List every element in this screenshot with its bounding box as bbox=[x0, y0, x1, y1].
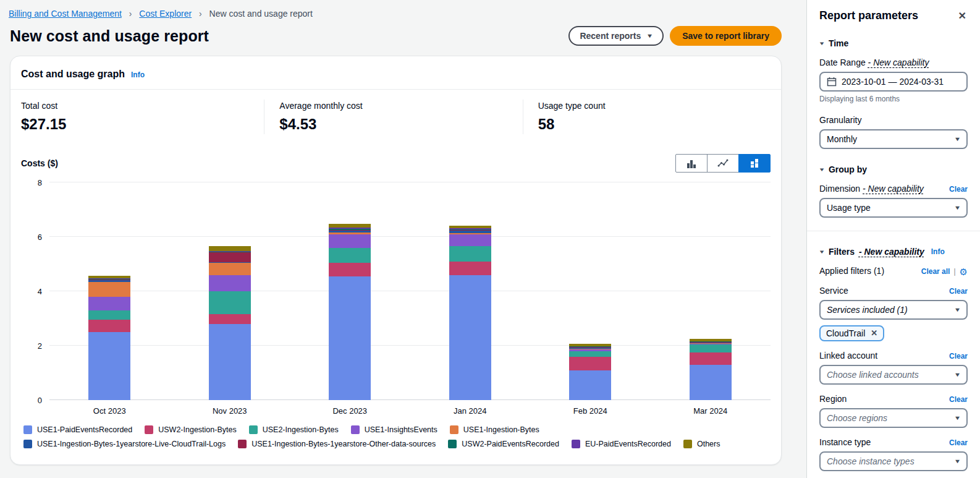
bar-stack[interactable] bbox=[329, 224, 371, 400]
bar-segment[interactable] bbox=[88, 332, 130, 400]
chevron-down-icon: ▼ bbox=[954, 136, 961, 142]
panel-title: Report parameters bbox=[819, 9, 918, 22]
gear-icon[interactable]: ⚙ bbox=[960, 267, 968, 276]
bar-segment[interactable] bbox=[569, 351, 611, 357]
bar-stack[interactable] bbox=[449, 226, 491, 400]
legend-swatch bbox=[249, 425, 258, 434]
chart-legend: USE1-PaidEventsRecordedUSW2-Ingestion-By… bbox=[23, 425, 740, 464]
plot-area bbox=[49, 182, 771, 400]
new-capability-note: - New capability bbox=[863, 184, 924, 194]
legend-item[interactable]: USE1-Ingestion-Bytes-1yearstore-Other-da… bbox=[238, 440, 436, 448]
main-content: Billing and Cost Management › Cost Explo… bbox=[0, 0, 806, 478]
bar-segment[interactable] bbox=[88, 310, 130, 320]
info-link[interactable]: Info bbox=[131, 70, 145, 79]
legend-item[interactable]: USE1-Ingestion-Bytes bbox=[450, 425, 539, 434]
stacked-bar-chart-icon[interactable] bbox=[738, 154, 771, 173]
legend-item[interactable]: USW2-Ingestion-Bytes bbox=[145, 425, 236, 434]
line-chart-icon[interactable] bbox=[707, 154, 739, 173]
linked-account-select[interactable]: Choose linked accounts▼ bbox=[819, 365, 968, 385]
legend-label: USE1-PaidEventsRecorded bbox=[37, 425, 132, 434]
x-tick-label: Feb 2024 bbox=[530, 406, 651, 416]
service-select[interactable]: Services included (1)▼ bbox=[819, 300, 968, 320]
legend-item[interactable]: Others bbox=[683, 440, 720, 448]
filter-group-region: RegionClearChoose regions▼ bbox=[819, 394, 968, 428]
clear-all-link[interactable]: Clear all bbox=[921, 267, 950, 276]
dimension-label: Dimension - New capability bbox=[819, 184, 924, 194]
bar-segment[interactable] bbox=[209, 314, 251, 323]
bar-segment[interactable] bbox=[88, 297, 130, 310]
bar-segment[interactable] bbox=[449, 275, 491, 400]
group-by-section-header[interactable]: ▼ Group by bbox=[819, 164, 968, 174]
bar-segment[interactable] bbox=[209, 324, 251, 400]
legend-item[interactable]: USE1-PaidEventsRecorded bbox=[23, 425, 132, 434]
divider: | bbox=[953, 267, 955, 276]
bar-stack[interactable] bbox=[88, 276, 130, 400]
legend-item[interactable]: EU-PaidEventsRecorded bbox=[572, 440, 671, 448]
clear-instance-type-link[interactable]: Clear bbox=[949, 438, 968, 447]
bar-segment[interactable] bbox=[449, 246, 491, 261]
bar-stack[interactable] bbox=[690, 339, 732, 400]
filter-token[interactable]: CloudTrail✕ bbox=[819, 325, 884, 341]
date-range-input[interactable]: 2023-10-01 — 2024-03-31 bbox=[819, 72, 968, 92]
recent-reports-button[interactable]: Recent reports ▼ bbox=[568, 26, 664, 46]
bar-segment[interactable] bbox=[329, 263, 371, 276]
bar-segment[interactable] bbox=[690, 344, 732, 352]
legend-item[interactable]: USW2-PaidEventsRecorded bbox=[448, 440, 559, 448]
bar-segment[interactable] bbox=[329, 276, 371, 400]
breadcrumb-link-billing[interactable]: Billing and Cost Management bbox=[9, 9, 122, 19]
bar-segment[interactable] bbox=[449, 262, 491, 275]
clear-region-link[interactable]: Clear bbox=[949, 395, 968, 404]
chevron-down-icon: ▼ bbox=[954, 458, 961, 464]
close-icon[interactable]: ✕ bbox=[957, 9, 968, 23]
breadcrumb-link-cost-explorer[interactable]: Cost Explorer bbox=[139, 9, 192, 19]
x-tick-label: Oct 2023 bbox=[49, 406, 170, 416]
bar-segment[interactable] bbox=[209, 263, 251, 275]
legend-label: USE1-Ingestion-Bytes-1yearstore-Live-Clo… bbox=[37, 440, 226, 448]
instance-type-select[interactable]: Choose instance types▼ bbox=[819, 451, 968, 471]
clear-service-link[interactable]: Clear bbox=[949, 287, 968, 296]
bar-segment[interactable] bbox=[690, 365, 732, 400]
bar-stack[interactable] bbox=[569, 344, 611, 400]
bar-segment[interactable] bbox=[690, 352, 732, 365]
filter-label-row: ServiceClear bbox=[819, 286, 968, 296]
bar-segment[interactable] bbox=[569, 370, 611, 400]
bar-segment[interactable] bbox=[329, 224, 371, 228]
breadcrumb-separator: › bbox=[199, 9, 202, 19]
time-section-header[interactable]: ▼ Time bbox=[819, 38, 968, 48]
legend-item[interactable]: USE1-InsightsEvents bbox=[351, 425, 437, 434]
chevron-down-icon: ▼ bbox=[954, 205, 961, 211]
bar-segment[interactable] bbox=[449, 234, 491, 247]
time-section-label: Time bbox=[829, 38, 848, 48]
bar-segment[interactable] bbox=[209, 246, 251, 251]
card-title: Cost and usage graph bbox=[21, 69, 125, 80]
new-capability-note: - New capability bbox=[868, 58, 929, 67]
bar-segment[interactable] bbox=[209, 252, 251, 262]
bar-stack[interactable] bbox=[209, 246, 251, 400]
chart-type-toggle bbox=[675, 154, 771, 173]
clear-linked-account-link[interactable]: Clear bbox=[949, 352, 968, 361]
filters-info-link[interactable]: Info bbox=[931, 247, 945, 256]
bar-segment[interactable] bbox=[209, 291, 251, 314]
filters-section-header[interactable]: ▼ Filters - New capability Info bbox=[819, 247, 968, 257]
bar-segment[interactable] bbox=[329, 234, 371, 248]
filter-group-linked-account: Linked accountClearChoose linked account… bbox=[819, 351, 968, 385]
granularity-select[interactable]: Monthly ▼ bbox=[819, 129, 968, 149]
clear-dimension-link[interactable]: Clear bbox=[949, 185, 968, 194]
caret-down-icon: ▼ bbox=[818, 249, 825, 255]
region-select[interactable]: Choose regions▼ bbox=[819, 408, 968, 428]
legend-item[interactable]: USE2-Ingestion-Bytes bbox=[249, 425, 339, 434]
dimension-select[interactable]: Usage type ▼ bbox=[819, 198, 968, 218]
bar-segment[interactable] bbox=[88, 282, 130, 297]
applied-filters-label: Applied filters (1) bbox=[819, 266, 884, 276]
stat-value: 58 bbox=[538, 116, 766, 133]
legend-item[interactable]: USE1-Ingestion-Bytes-1yearstore-Live-Clo… bbox=[23, 440, 226, 448]
remove-token-icon[interactable]: ✕ bbox=[871, 328, 877, 338]
instance-type-filter-label: Instance type bbox=[819, 437, 871, 447]
save-to-report-library-button[interactable]: Save to report library bbox=[670, 26, 782, 46]
bar-segment[interactable] bbox=[329, 248, 371, 263]
date-range-label: Date Range - New capability bbox=[819, 58, 968, 67]
bar-segment[interactable] bbox=[88, 320, 130, 332]
grouped-bar-chart-icon[interactable] bbox=[675, 154, 708, 173]
bar-segment[interactable] bbox=[569, 357, 611, 370]
bar-segment[interactable] bbox=[209, 275, 251, 291]
